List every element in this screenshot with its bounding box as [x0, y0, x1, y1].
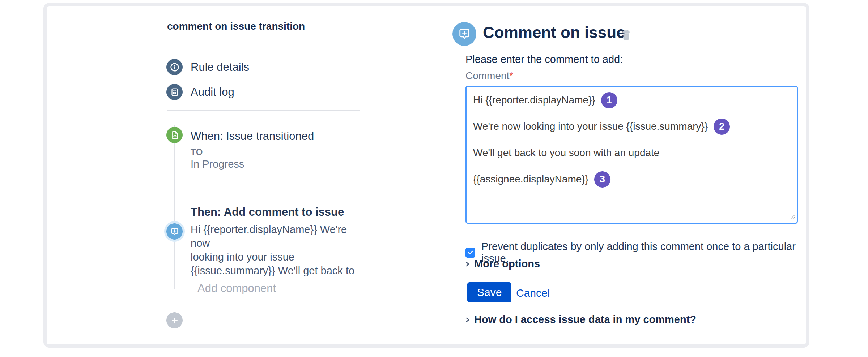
comment-on-issue-icon	[452, 22, 476, 46]
then-step-title[interactable]: Then: Add comment to issue	[191, 206, 344, 219]
trash-icon	[620, 28, 632, 42]
required-asterisk: *	[509, 70, 513, 81]
add-component-plus-icon[interactable]	[166, 312, 183, 328]
chevron-right-icon	[465, 315, 471, 324]
when-step-title[interactable]: When: Issue transitioned	[191, 130, 314, 143]
sidebar-item-rule-details[interactable]: Rule details	[166, 59, 249, 75]
sidebar-item-label: Rule details	[191, 61, 249, 74]
more-options-toggle[interactable]: More options	[465, 258, 540, 270]
comment-textarea[interactable]: Hi {{reporter.displayName}} 1 We're now …	[465, 86, 798, 224]
smart-value-badge-3: 3	[594, 171, 610, 188]
info-icon	[166, 59, 183, 75]
sidebar-item-label: Audit log	[191, 86, 234, 99]
add-component-label[interactable]: Add component	[197, 282, 276, 295]
comment-field-label: Comment*	[465, 70, 513, 82]
cancel-button[interactable]: Cancel	[516, 287, 550, 299]
rule-chain-connector	[174, 125, 175, 289]
page-title: Comment on issue	[483, 23, 625, 42]
rule-name: comment on issue transition	[167, 21, 305, 32]
sidebar-item-audit-log[interactable]: Audit log	[166, 84, 234, 100]
rule-editor-card: comment on issue transition Rule details	[43, 3, 809, 348]
comment-line: {{assignee.displayName}} 3	[473, 172, 790, 187]
preview-line: {{issue.summary}} We'll get back to	[191, 264, 364, 278]
preview-line: Hi {{reporter.displayName}} We're now	[191, 223, 364, 250]
issue-transitioned-icon[interactable]	[166, 127, 183, 143]
comment-line: Hi {{reporter.displayName}} 1	[473, 93, 790, 108]
preview-line: looking into your issue	[191, 250, 364, 264]
automation-rule-editor: comment on issue transition Rule details	[0, 0, 868, 357]
prevent-duplicates-checkbox[interactable]	[465, 248, 475, 258]
comment-line: We're now looking into your issue {{issu…	[473, 119, 790, 134]
then-step-preview[interactable]: Hi {{reporter.displayName}} We're now lo…	[191, 223, 364, 278]
smart-value-badge-2: 2	[714, 119, 730, 135]
save-button[interactable]: Save	[467, 282, 511, 302]
comment-line: We'll get back to you soon with an updat…	[473, 145, 790, 160]
delete-action-button[interactable]	[619, 27, 633, 43]
help-disclosure-link[interactable]: How do I access issue data in my comment…	[465, 314, 696, 326]
smart-value-badge-1: 1	[601, 92, 617, 108]
add-comment-step-icon[interactable]	[166, 223, 183, 240]
form-subtitle: Please enter the comment to add:	[465, 53, 623, 65]
when-to-value: In Progress	[191, 158, 244, 170]
when-to-label: TO	[191, 147, 203, 157]
sidebar-divider	[167, 110, 360, 111]
textarea-resize-handle[interactable]	[788, 213, 796, 221]
check-icon	[467, 249, 474, 256]
audit-log-icon	[166, 84, 183, 100]
chevron-right-icon	[465, 260, 471, 268]
